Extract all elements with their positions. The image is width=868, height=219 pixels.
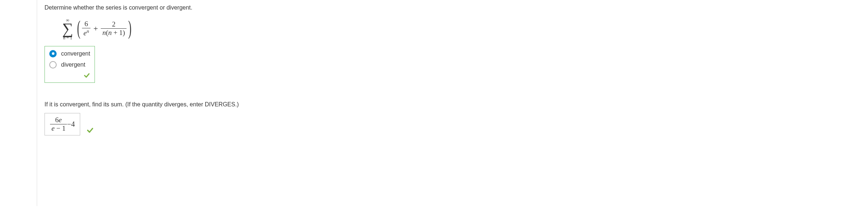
choice-label-convergent: convergent [61, 50, 90, 57]
choice-label-divergent: divergent [61, 61, 85, 68]
series-expression: ∞ ∑ n = 1 ( 6 en + 2 n(n + 1) ) [62, 18, 839, 40]
plus-operator: + [93, 24, 98, 33]
question-prompt: Determine whether the series is converge… [45, 4, 839, 11]
answer-row: 6e e − 1 − 4 [45, 113, 839, 136]
answer-constant: 4 [71, 120, 75, 128]
sum-answer-input[interactable]: 6e e − 1 − 4 [45, 113, 80, 136]
answer-minus: − [67, 120, 71, 128]
fraction-term-2: 2 n(n + 1) [101, 21, 126, 37]
fraction-term-1: 6 en [82, 20, 90, 37]
question-panel: Determine whether the series is converge… [37, 0, 846, 206]
multiple-choice-block: convergent divergent [45, 46, 95, 83]
sigma-lower-limit: n = 1 [63, 36, 72, 40]
radio-unselected-icon[interactable] [49, 61, 57, 68]
answer-correct-check-icon [86, 127, 94, 135]
choice-divergent[interactable]: divergent [49, 61, 90, 68]
sigma-glyph: ∑ [62, 22, 73, 36]
radio-selected-icon[interactable] [49, 50, 57, 57]
sigma-symbol: ∞ ∑ n = 1 [62, 18, 73, 40]
answer-fraction: 6e e − 1 [50, 116, 67, 133]
choice-convergent[interactable]: convergent [49, 50, 90, 57]
followup-prompt: If it is convergent, find its sum. (If t… [45, 101, 839, 108]
correct-check-icon [49, 72, 90, 80]
